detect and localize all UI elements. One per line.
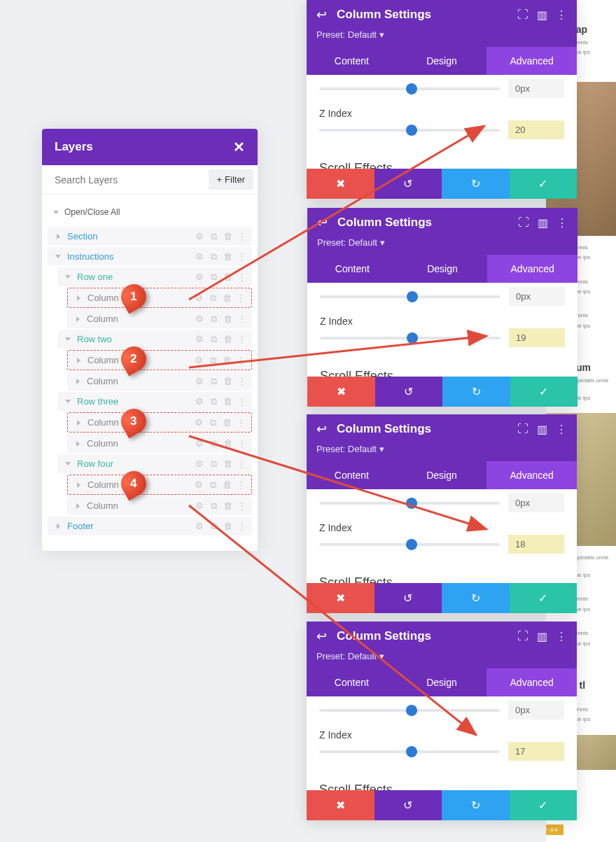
columns-icon[interactable]: ▥ [537,423,547,436]
layer-section[interactable]: Section ⚙ ⧉ 🗑 ⋮ [48,227,252,246]
more-icon[interactable]: ⋮ [556,630,567,643]
gear-icon[interactable]: ⚙ [195,272,204,282]
columns-icon[interactable]: ▥ [538,216,548,230]
zindex-input[interactable] [509,328,565,347]
trash-icon[interactable]: 🗑 [223,459,232,469]
zindex-slider[interactable] [319,750,500,753]
zindex-slider[interactable] [319,129,500,132]
slider-thumb[interactable] [406,83,417,94]
trash-icon[interactable]: 🗑 [222,293,232,303]
duplicate-icon[interactable]: ⧉ [209,335,218,344]
slider-thumb[interactable] [407,291,418,302]
delete-button[interactable]: ✖ [307,169,374,199]
duplicate-icon[interactable]: ⧉ [209,377,218,386]
tab-design[interactable]: Design [397,461,487,489]
duplicate-icon[interactable]: ⧉ [209,314,218,324]
redo-button[interactable]: ↻ [442,169,510,199]
redo-button[interactable]: ↻ [442,583,510,613]
columns-icon[interactable]: ▥ [537,8,547,22]
slider-thumb[interactable] [406,705,417,716]
more-icon[interactable]: ⋮ [236,418,246,428]
layer-column[interactable]: Column ⚙⧉🗑⋮ [67,372,252,391]
trash-icon[interactable]: 🗑 [223,377,232,386]
redo-button[interactable]: ↻ [442,790,510,820]
slider-value-input[interactable] [508,493,564,512]
tab-design[interactable]: Design [398,255,488,283]
tab-advanced[interactable]: Advanced [486,461,577,489]
layer-row-four[interactable]: Row four ⚙⧉🗑⋮ [57,454,252,473]
delete-button[interactable]: ✖ [307,790,374,820]
duplicate-icon[interactable]: ⧉ [209,501,218,511]
slider-value-input[interactable] [509,287,565,306]
layer-column[interactable]: Column ⚙⧉🗑⋮ [67,496,252,515]
layer-instructions[interactable]: Instructions ⚙⧉🗑⋮ [48,247,252,266]
tab-design[interactable]: Design [397,47,487,75]
confirm-button[interactable]: ✓ [510,790,578,820]
trash-icon[interactable]: 🗑 [222,356,232,365]
duplicate-icon[interactable]: ⧉ [209,397,218,407]
duplicate-icon[interactable]: ⧉ [209,232,218,241]
undo-button[interactable]: ↺ [374,583,442,613]
layer-column-2[interactable]: Column ⚙⧉🗑⋮ 2 [67,350,252,370]
back-icon[interactable]: ↩ [316,7,327,22]
trash-icon[interactable]: 🗑 [223,397,232,407]
gear-icon[interactable]: ⚙ [194,418,204,428]
undo-button[interactable]: ↺ [374,790,442,820]
layer-row-three[interactable]: Row three ⚙⧉🗑⋮ [57,392,252,411]
slider-thumb[interactable] [407,332,418,344]
tab-content[interactable]: Content [307,668,397,696]
layer-column-3[interactable]: Column ⚙⧉🗑⋮ 3 [67,412,252,433]
trash-icon[interactable]: 🗑 [223,335,232,344]
layer-footer[interactable]: Footer ⚙⧉🗑⋮ [48,517,252,535]
tab-content[interactable]: Content [307,47,397,75]
trash-icon[interactable]: 🗑 [223,521,232,531]
layer-row-one[interactable]: Row one ⚙⧉🗑⋮ [57,267,252,286]
gear-icon[interactable]: ⚙ [195,397,204,407]
tab-content[interactable]: Content [307,255,398,283]
filter-button[interactable]: + Filter [209,169,253,190]
zindex-input[interactable] [508,742,564,761]
back-icon[interactable]: ↩ [317,215,328,230]
tab-advanced[interactable]: Advanced [487,255,578,283]
more-icon[interactable]: ⋮ [237,232,246,241]
more-icon[interactable]: ⋮ [237,439,246,449]
trash-icon[interactable]: 🗑 [223,439,232,449]
preset-dropdown[interactable]: Preset: Default ▾ [307,237,578,255]
slider-value-input[interactable] [508,79,564,98]
confirm-button[interactable]: ✓ [510,169,578,199]
confirm-button[interactable]: ✓ [510,583,578,613]
expand-icon[interactable]: ⛶ [517,8,528,21]
tab-advanced[interactable]: Advanced [486,668,577,696]
gear-icon[interactable]: ⚙ [195,335,204,344]
more-icon[interactable]: ⋮ [556,216,568,230]
slider-thumb[interactable] [406,746,417,757]
more-icon[interactable]: ⋮ [237,377,246,386]
duplicate-icon[interactable]: ⧉ [209,252,218,262]
slider-thumb[interactable] [406,125,417,136]
layer-row-two[interactable]: Row two ⚙⧉🗑⋮ [57,330,252,349]
search-input[interactable] [42,166,204,194]
more-icon[interactable]: ⋮ [237,252,246,262]
zindex-input[interactable] [508,535,564,554]
trash-icon[interactable]: 🗑 [222,418,232,428]
slider-thumb[interactable] [406,539,417,550]
slider-track[interactable] [319,87,500,90]
trash-icon[interactable]: 🗑 [223,314,232,324]
expand-icon[interactable]: ⛶ [517,423,528,435]
more-icon[interactable]: ⋮ [236,293,246,303]
layer-column-1[interactable]: Column ⚙⧉🗑⋮ 1 [67,288,252,308]
more-icon[interactable]: ⋮ [237,521,246,531]
more-icon[interactable]: ⋮ [237,501,246,511]
gear-icon[interactable]: ⚙ [194,480,204,490]
gear-icon[interactable]: ⚙ [195,459,204,469]
layer-column[interactable]: Column ⚙⧉🗑⋮ [67,434,252,453]
tab-advanced[interactable]: Advanced [486,47,577,75]
more-icon[interactable]: ⋮ [237,335,246,344]
duplicate-icon[interactable]: ⧉ [209,521,218,531]
confirm-button[interactable]: ✓ [510,377,578,407]
more-icon[interactable]: ⋮ [237,397,246,407]
trash-icon[interactable]: 🗑 [223,252,232,262]
slider-track[interactable] [320,295,500,298]
layer-column[interactable]: Column ⚙⧉🗑⋮ [67,309,252,328]
preset-dropdown[interactable]: Preset: Default ▾ [307,444,577,461]
